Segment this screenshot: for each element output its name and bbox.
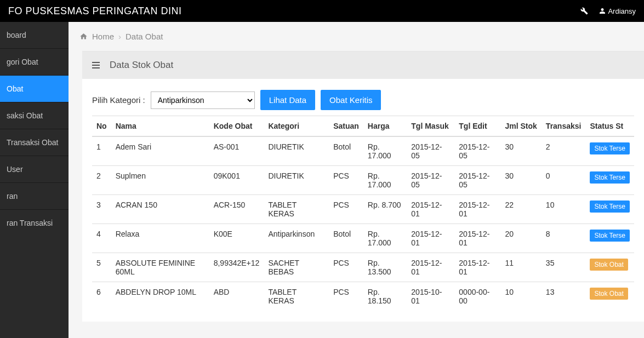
cell: DIURETIK — [264, 136, 329, 166]
cell: PCS — [329, 166, 363, 195]
cell: PCS — [329, 253, 363, 282]
cell: 11 — [501, 253, 542, 282]
cell: 10 — [501, 282, 542, 311]
table-row: 4RelaxaK00EAntiparkinsonBotolRp. 17.0002… — [92, 224, 634, 253]
sidebar-item-6[interactable]: ran — [0, 182, 69, 209]
status-badge[interactable]: Stok Terse — [590, 171, 629, 184]
cell: ABDELYN DROP 10ML — [111, 282, 209, 311]
status-badge[interactable]: Stok Obat — [590, 259, 628, 271]
panel: Data Stok Obat Pilih Kategori : Antipark… — [82, 51, 644, 322]
cell: 35 — [542, 253, 586, 282]
cell: 2015-12-01 — [407, 224, 454, 253]
sidebar-item-1[interactable]: gori Obat — [0, 48, 69, 75]
kategori-label: Pilih Kategori : — [92, 95, 145, 105]
col-header: Tgl Masuk — [407, 116, 454, 137]
cell: 2 — [542, 136, 586, 166]
cell: TABLET KERAS — [264, 282, 329, 311]
user-icon — [599, 8, 606, 14]
kategori-select[interactable]: Antiparkinson — [151, 91, 255, 109]
cell: 2015-12-01 — [454, 224, 500, 253]
topbar: FO PUSKESMAS PERINGATAN DINI Ardiansy — [0, 0, 644, 22]
cell: ACRAN 150 — [111, 195, 209, 224]
cell: PCS — [329, 282, 363, 311]
cell-status: Stok Terse — [585, 166, 634, 195]
status-badge[interactable]: Stok Terse — [590, 200, 629, 213]
obat-keritis-button[interactable]: Obat Keritis — [321, 90, 381, 110]
cell: Antiparkinson — [264, 224, 329, 253]
cell: ABD — [209, 282, 264, 311]
cell: 2015-12-01 — [407, 253, 454, 282]
cell: 2015-12-05 — [407, 136, 454, 166]
breadcrumb: Home › Data Obat — [69, 22, 644, 51]
cell-status: Stok Terse — [585, 224, 634, 253]
cell-status: Stok Terse — [585, 136, 634, 166]
cell: AS-001 — [209, 136, 264, 166]
cell: 2015-10-01 — [407, 282, 454, 311]
cell: 5 — [92, 253, 111, 282]
cell: 2 — [92, 166, 111, 195]
cell: 2015-12-05 — [407, 166, 454, 195]
sidebar-item-5[interactable]: User — [0, 156, 69, 182]
cell: 30 — [501, 166, 542, 195]
col-header: No — [92, 116, 111, 137]
table-row: 3ACRAN 150ACR-150TABLET KERASPCSRp. 8.70… — [92, 195, 634, 224]
app-title: FO PUSKESMAS PERINGATAN DINI — [8, 5, 181, 17]
cell: Rp. 17.000 — [363, 136, 407, 166]
status-badge[interactable]: Stok Obat — [590, 288, 628, 300]
cell-status: Stok Obat — [585, 253, 634, 282]
cell: K00E — [209, 224, 264, 253]
cell: 22 — [501, 195, 542, 224]
cell: 20 — [501, 224, 542, 253]
sidebar-item-2[interactable]: Obat — [0, 75, 69, 102]
sidebar-item-7[interactable]: ran Transaksi — [0, 209, 69, 236]
cell: 13 — [542, 282, 586, 311]
panel-header: Data Stok Obat — [82, 51, 644, 79]
cell: Botol — [329, 224, 363, 253]
cell: 2015-12-01 — [454, 253, 500, 282]
wrench-icon[interactable] — [580, 7, 588, 15]
cell: PCS — [329, 195, 363, 224]
cell: 2015-12-01 — [454, 195, 500, 224]
sidebar-item-0[interactable]: board — [0, 22, 69, 48]
table-row: 6ABDELYN DROP 10MLABDTABLET KERASPCSRp. … — [92, 282, 634, 311]
cell: 2015-12-01 — [407, 195, 454, 224]
breadcrumb-home[interactable]: Home — [92, 32, 114, 41]
cell: Rp. 13.500 — [363, 253, 407, 282]
table-wrap: NoNamaKode ObatKategoriSatuanHargaTgl Ma… — [82, 116, 644, 322]
menu-icon[interactable] — [92, 62, 100, 68]
cell: Suplmen — [111, 166, 209, 195]
cell: DIURETIK — [264, 166, 329, 195]
cell: SACHET BEBAS — [264, 253, 329, 282]
breadcrumb-current: Data Obat — [126, 32, 163, 41]
sidebar-item-4[interactable]: Transaksi Obat — [0, 129, 69, 156]
cell-status: Stok Terse — [585, 195, 634, 224]
chevron-right-icon: › — [118, 32, 121, 41]
cell: 8 — [542, 224, 586, 253]
sidebar-item-3[interactable]: saksi Obat — [0, 102, 69, 129]
user-name: Ardiansy — [608, 7, 636, 15]
user-menu[interactable]: Ardiansy — [599, 7, 636, 15]
cell: 2015-12-05 — [454, 166, 500, 195]
lihat-data-button[interactable]: Lihat Data — [260, 90, 315, 110]
table-row: 2Suplmen09K001DIURETIKPCSRp. 17.0002015-… — [92, 166, 634, 195]
col-header: Nama — [111, 116, 209, 137]
cell: 09K001 — [209, 166, 264, 195]
cell: 6 — [92, 282, 111, 311]
data-table: NoNamaKode ObatKategoriSatuanHargaTgl Ma… — [92, 116, 634, 311]
col-header: Kode Obat — [209, 116, 264, 137]
cell: Botol — [329, 136, 363, 166]
cell: 8,99342E+12 — [209, 253, 264, 282]
col-header: Satuan — [329, 116, 363, 137]
col-header: Kategori — [264, 116, 329, 137]
panel-title: Data Stok Obat — [110, 60, 173, 71]
home-icon[interactable] — [79, 32, 88, 41]
status-badge[interactable]: Stok Terse — [590, 230, 629, 242]
cell: ACR-150 — [209, 195, 264, 224]
col-header: Status St — [585, 116, 634, 137]
cell: Rp. 18.150 — [363, 282, 407, 311]
table-row: 5ABSOLUTE FEMININE 60ML8,99342E+12SACHET… — [92, 253, 634, 282]
status-badge[interactable]: Stok Terse — [590, 142, 629, 154]
cell: TABLET KERAS — [264, 195, 329, 224]
sidebar: boardgori ObatObatsaksi ObatTransaksi Ob… — [0, 22, 69, 338]
cell: 30 — [501, 136, 542, 166]
